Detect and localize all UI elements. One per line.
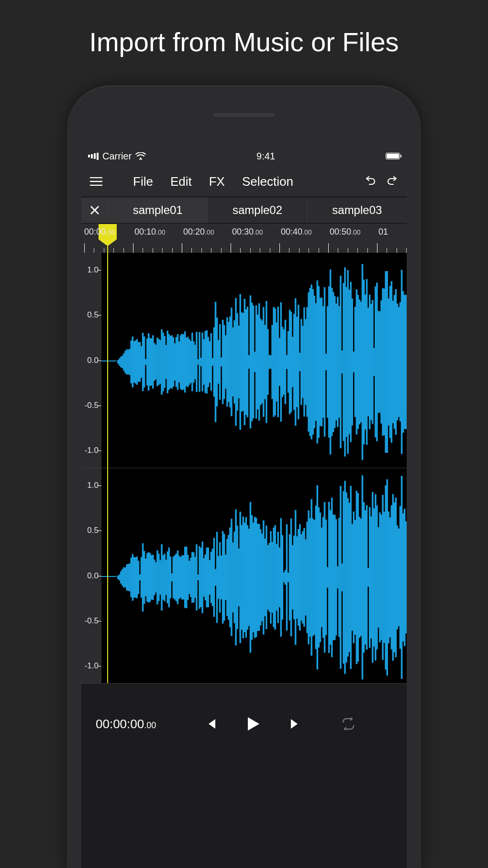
svg-rect-357 [343, 491, 344, 664]
svg-rect-19 [142, 333, 144, 391]
svg-rect-74 [222, 320, 224, 404]
svg-rect-223 [148, 552, 150, 602]
svg-rect-192 [394, 295, 396, 429]
svg-rect-121 [290, 312, 292, 412]
svg-rect-3 [119, 358, 121, 365]
svg-rect-128 [300, 319, 302, 405]
hamburger-icon[interactable] [90, 177, 102, 186]
svg-rect-327 [299, 524, 301, 631]
svg-rect-363 [351, 524, 353, 631]
svg-rect-8 [126, 349, 128, 375]
svg-rect-165 [355, 307, 356, 417]
svg-rect-173 [366, 279, 368, 445]
svg-rect-29 [156, 338, 158, 386]
loop-icon[interactable] [341, 718, 356, 730]
waveform-left[interactable] [101, 253, 407, 468]
redo-icon[interactable] [387, 176, 398, 187]
svg-rect-148 [330, 270, 332, 455]
svg-rect-144 [324, 287, 326, 437]
tab-sample01[interactable]: sample01 [108, 197, 208, 223]
svg-rect-266 [211, 552, 212, 603]
svg-rect-210 [129, 564, 131, 592]
svg-rect-166 [356, 289, 358, 434]
svg-rect-164 [353, 351, 355, 372]
svg-rect-5 [122, 356, 123, 368]
skip-forward-icon[interactable] [289, 717, 302, 731]
svg-rect-262 [204, 554, 206, 600]
svg-rect-40 [173, 337, 175, 386]
battery-icon [386, 153, 400, 159]
menu-item-selection[interactable]: Selection [242, 174, 293, 189]
tab-sample03[interactable]: sample03 [308, 197, 407, 223]
svg-rect-220 [144, 551, 145, 604]
svg-rect-256 [196, 544, 198, 610]
svg-rect-106 [268, 355, 270, 369]
svg-rect-295 [253, 522, 255, 632]
svg-rect-292 [248, 529, 250, 626]
svg-rect-290 [245, 517, 247, 638]
svg-rect-70 [216, 317, 218, 406]
svg-rect-296 [254, 517, 256, 638]
svg-rect-252 [190, 558, 192, 597]
svg-rect-46 [181, 334, 183, 390]
svg-rect-362 [350, 486, 352, 669]
playhead-line[interactable] [107, 246, 108, 683]
svg-rect-93 [250, 295, 252, 428]
svg-rect-76 [225, 335, 227, 388]
svg-rect-25 [151, 338, 153, 386]
svg-rect-334 [309, 518, 311, 636]
menu-item-file[interactable]: File [133, 174, 153, 189]
svg-rect-273 [221, 555, 222, 599]
tab-sample02[interactable]: sample02 [208, 197, 307, 223]
svg-rect-323 [293, 536, 295, 620]
menu-item-fx[interactable]: FX [209, 174, 225, 189]
svg-rect-4 [120, 357, 122, 368]
svg-rect-244 [178, 556, 180, 599]
svg-rect-350 [333, 515, 334, 640]
svg-rect-131 [305, 319, 307, 405]
svg-rect-278 [228, 535, 230, 620]
svg-rect-396 [399, 506, 401, 649]
svg-rect-309 [273, 528, 275, 627]
svg-rect-147 [328, 286, 330, 438]
svg-rect-348 [330, 510, 332, 644]
y-axis-label: -1.0 [85, 661, 99, 671]
svg-rect-68 [213, 327, 215, 397]
svg-rect-23 [148, 333, 150, 391]
svg-rect-305 [267, 545, 269, 610]
waveform-right[interactable] [101, 468, 407, 683]
svg-rect-89 [244, 299, 246, 425]
play-icon[interactable] [246, 716, 260, 732]
svg-rect-379 [375, 494, 377, 660]
time-ruler[interactable]: 00:00.0000:10.0000:20.0000:30.0000:40.00… [81, 224, 407, 253]
svg-rect-107 [270, 355, 272, 369]
status-time: 9:41 [146, 151, 386, 162]
timeline-area[interactable]: 00:00.0000:10.0000:20.0000:30.0000:40.00… [81, 224, 407, 683]
svg-rect-234 [164, 553, 166, 601]
svg-rect-30 [158, 339, 160, 385]
svg-rect-318 [286, 524, 288, 631]
svg-rect-269 [215, 569, 217, 586]
svg-rect-261 [203, 558, 205, 597]
svg-rect-328 [300, 534, 302, 620]
svg-rect-255 [194, 557, 196, 598]
svg-rect-301 [261, 534, 263, 621]
svg-rect-341 [320, 512, 322, 642]
svg-rect-152 [335, 304, 337, 420]
svg-rect-215 [136, 556, 138, 598]
tab-close-button[interactable] [81, 197, 108, 223]
undo-icon[interactable] [365, 176, 376, 187]
svg-rect-374 [367, 568, 369, 586]
y-axis-label: -0.5 [85, 401, 99, 410]
svg-rect-185 [383, 289, 385, 436]
svg-rect-85 [238, 326, 240, 398]
svg-rect-242 [176, 553, 177, 601]
menu-item-edit[interactable]: Edit [170, 174, 192, 189]
svg-rect-200 [405, 295, 407, 429]
svg-rect-393 [395, 497, 397, 657]
svg-rect-226 [152, 555, 154, 600]
svg-rect-366 [356, 491, 358, 664]
svg-rect-184 [382, 288, 384, 436]
skip-back-icon[interactable] [204, 717, 217, 731]
svg-rect-13 [133, 341, 135, 383]
